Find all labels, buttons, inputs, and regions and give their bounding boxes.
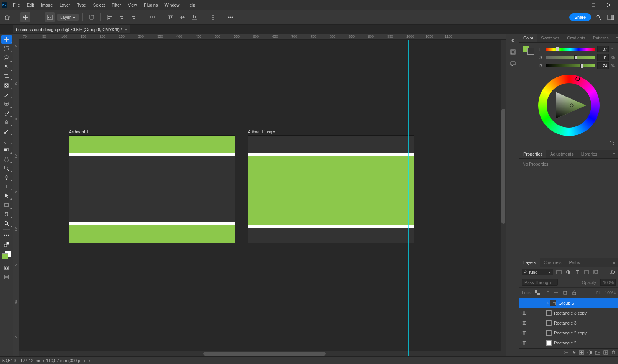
rectangle-shape[interactable] (248, 153, 414, 156)
opacity-input[interactable]: 100% (600, 279, 616, 286)
eyedropper-tool[interactable] (1, 90, 12, 99)
guide-horizontal[interactable] (19, 238, 506, 238)
layer-visibility-icon[interactable] (519, 341, 529, 345)
align-top[interactable] (165, 12, 175, 22)
filter-pixel-icon[interactable] (556, 269, 562, 275)
tab-channels[interactable]: Channels (540, 258, 565, 267)
lock-all-icon[interactable] (571, 289, 578, 296)
artboard-2-label[interactable]: Artboard 1 copy (248, 130, 275, 134)
layer-visibility-icon[interactable] (519, 311, 529, 315)
document-tab[interactable]: business card design.psd @ 50,5% (Group … (13, 25, 130, 33)
panel-menu-icon[interactable]: ≡ (610, 150, 618, 158)
frame-tool[interactable] (1, 81, 12, 90)
blend-mode-select[interactable]: Pass Through (522, 279, 558, 286)
tab-gradients[interactable]: Gradients (563, 34, 589, 42)
transform-controls-toggle[interactable] (33, 12, 43, 22)
layer-row[interactable]: Rectangle 3 (519, 318, 618, 328)
color-wheel[interactable] (538, 75, 600, 136)
share-button[interactable]: Share (569, 13, 591, 21)
filter-type-icon[interactable]: T (574, 269, 581, 275)
lock-position-icon[interactable] (552, 289, 559, 296)
lasso-tool[interactable] (1, 54, 12, 62)
ruler-horizontal[interactable]: 7050100150200250300350400450500550600650… (19, 34, 506, 40)
path-select-tool[interactable] (1, 192, 12, 200)
layer-row[interactable]: Rectangle 2 (519, 338, 618, 348)
layer-name[interactable]: Rectangle 2 (554, 341, 616, 345)
layer-filter[interactable] (522, 269, 553, 275)
hand-tool[interactable] (1, 210, 12, 218)
menu-window[interactable]: Window (161, 1, 182, 9)
guide-vertical[interactable] (253, 40, 253, 356)
move-tool[interactable] (1, 35, 12, 44)
lock-pixels-icon[interactable] (543, 289, 550, 296)
sat-value[interactable]: 61 (597, 54, 609, 61)
artboard-1-label[interactable]: Artboard 1 (69, 130, 89, 134)
more-options[interactable] (226, 12, 236, 22)
fill-input[interactable]: 100% (605, 290, 616, 295)
distribute-h[interactable] (147, 12, 157, 22)
menu-filter[interactable]: Filter (108, 1, 124, 9)
tab-swatches[interactable]: Swatches (537, 34, 563, 42)
distribute-v[interactable] (208, 12, 218, 22)
layer-visibility-icon[interactable] (519, 331, 529, 335)
auto-select-mode[interactable]: Layer (57, 14, 79, 21)
rectangle-shape[interactable] (69, 222, 235, 225)
comments-panel-icon[interactable] (508, 59, 518, 68)
guide-horizontal[interactable] (19, 141, 506, 141)
zoom-level[interactable]: 50,51% (2, 358, 16, 363)
lock-transparency-icon[interactable] (534, 289, 541, 296)
layer-name[interactable]: Group 6 (559, 301, 616, 305)
align-right[interactable] (129, 12, 139, 22)
history-panel-icon[interactable] (508, 48, 518, 57)
layer-twirl-icon[interactable]: › (546, 301, 550, 305)
quick-mask-icon[interactable] (1, 264, 12, 272)
layer-style-icon[interactable]: fx (572, 350, 576, 355)
rectangle-shape[interactable] (69, 136, 235, 153)
menu-layer[interactable]: Layer (56, 1, 73, 9)
menu-image[interactable]: Image (38, 1, 56, 9)
tab-libraries[interactable]: Libraries (577, 150, 601, 158)
menu-help[interactable]: Help (184, 1, 199, 9)
tab-patterns[interactable]: Patterns (589, 34, 613, 42)
brightness-slider[interactable] (546, 64, 595, 67)
menu-edit[interactable]: Edit (24, 1, 37, 9)
window-close[interactable] (601, 0, 616, 10)
move-tool-icon[interactable] (20, 12, 30, 22)
crop-tool[interactable] (1, 72, 12, 80)
canvas[interactable]: Artboard 1 Artboard 1 copy (19, 40, 506, 356)
rectangle-tool[interactable] (1, 201, 12, 209)
layer-row[interactable]: Rectangle 3 copy (519, 308, 618, 318)
brush-tool[interactable] (1, 109, 12, 117)
artboard-1[interactable] (69, 136, 235, 243)
panel-menu-icon[interactable]: ≡ (610, 258, 618, 267)
filter-shape-icon[interactable] (583, 269, 590, 275)
window-maximize[interactable] (586, 0, 601, 10)
screen-mode-icon[interactable] (1, 273, 12, 281)
rectangle-shape[interactable] (69, 153, 235, 156)
color-panel-expand-icon[interactable]: ⛶ (608, 140, 615, 147)
tab-adjustments[interactable]: Adjustments (546, 150, 577, 158)
blur-tool[interactable] (1, 155, 12, 163)
layer-row[interactable]: ›Group 6 (519, 298, 618, 308)
filter-smart-icon[interactable] (592, 269, 599, 275)
pen-tool[interactable] (1, 173, 12, 182)
rectangle-shape[interactable] (69, 225, 235, 243)
gradient-tool[interactable] (1, 146, 12, 154)
align-center-h[interactable] (117, 12, 127, 22)
panel-menu-icon[interactable]: ≡ (613, 34, 618, 42)
align-bottom[interactable] (190, 12, 200, 22)
canvas-scrollbar-vertical[interactable] (501, 40, 506, 351)
layer-row[interactable]: Rectangle 2 copy (519, 328, 618, 338)
menu-file[interactable]: File (10, 1, 23, 9)
menu-select[interactable]: Select (90, 1, 108, 9)
lock-artboard-icon[interactable] (562, 289, 569, 296)
workspace-switcher[interactable] (606, 12, 616, 22)
canvas-scrollbar-horizontal[interactable] (19, 351, 506, 356)
collapse-arrow-icon[interactable] (508, 36, 518, 45)
swap-colors-icon[interactable] (1, 240, 12, 249)
layer-name[interactable]: Rectangle 3 copy (554, 311, 616, 315)
hue-slider[interactable] (546, 48, 595, 51)
bri-value[interactable]: 74 (597, 62, 609, 69)
rectangle-shape[interactable] (248, 225, 414, 228)
adjustment-layer-icon[interactable] (587, 350, 592, 355)
